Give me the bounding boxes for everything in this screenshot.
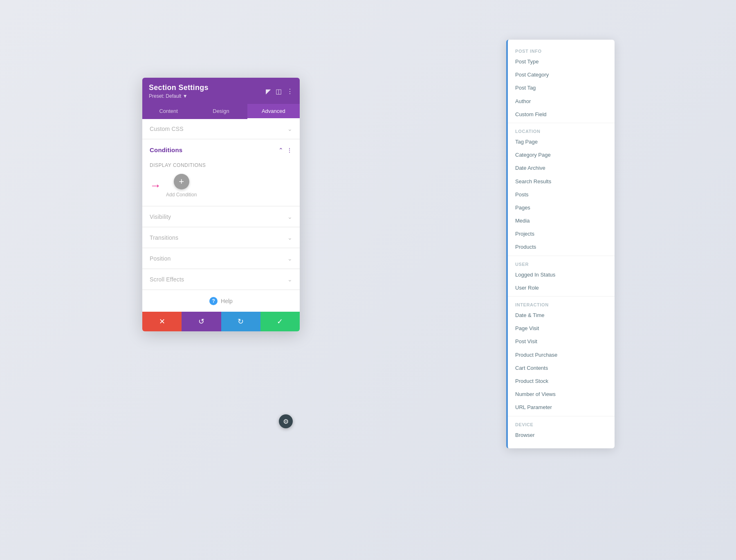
dropdown-item-custom-field[interactable]: Custom Field [508, 108, 615, 121]
conditions-body: Display Conditions → + Add Condition [142, 158, 300, 206]
more-options-icon[interactable]: ⋮ [287, 88, 293, 95]
position-chevron: ⌄ [287, 255, 292, 262]
responsive-icon[interactable]: ◤ [266, 88, 271, 95]
help-icon: ? [209, 297, 218, 305]
cancel-button[interactable]: ✕ [142, 312, 182, 331]
dropdown-item-projects[interactable]: Projects [508, 227, 615, 241]
post-info-section-label: Post Info [508, 46, 615, 55]
tab-design[interactable]: Design [195, 104, 247, 119]
scroll-effects-section: Scroll Effects ⌄ [142, 270, 300, 290]
help-label[interactable]: Help [221, 298, 233, 304]
undo-button[interactable]: ↺ [182, 312, 221, 331]
panel-header: Section Settings Preset: Default ▼ ◤ ◫ ⋮ [142, 78, 300, 104]
dropdown-item-post-type[interactable]: Post Type [508, 55, 615, 68]
custom-css-section: Custom CSS ⌄ [142, 119, 300, 139]
dropdown-item-date-archive[interactable]: Date Archive [508, 162, 615, 175]
panel-header-icons: ◤ ◫ ⋮ [266, 88, 293, 95]
plus-icon: + [179, 176, 184, 187]
save-icon: ✓ [277, 317, 283, 326]
custom-css-chevron: ⌄ [287, 126, 292, 132]
scroll-effects-chevron: ⌄ [287, 276, 292, 283]
transitions-section: Transitions ⌄ [142, 228, 300, 248]
visibility-header[interactable]: Visibility ⌄ [142, 207, 300, 227]
add-condition-circle: + [174, 174, 189, 189]
conditions-chevron[interactable]: ⌃ [278, 147, 283, 153]
conditions-header: Conditions ⌃ ⋮ [142, 140, 300, 158]
gear-icon: ⚙ [283, 418, 289, 425]
custom-css-header[interactable]: Custom CSS ⌄ [142, 119, 300, 139]
dropdown-item-date-time[interactable]: Date & Time [508, 309, 615, 322]
conditions-title: Conditions [150, 146, 182, 153]
scroll-effects-header[interactable]: Scroll Effects ⌄ [142, 270, 300, 289]
dropdown-item-search-results[interactable]: Search Results [508, 175, 615, 188]
redo-button[interactable]: ↻ [221, 312, 260, 331]
dropdown-item-products[interactable]: Products [508, 241, 615, 254]
visibility-chevron: ⌄ [287, 214, 292, 220]
transitions-chevron: ⌄ [287, 234, 292, 241]
dropdown-item-url-parameter[interactable]: URL Parameter [508, 401, 615, 414]
panel-help: ? Help [142, 290, 300, 312]
dropdown-item-page-visit[interactable]: Page Visit [508, 322, 615, 335]
dropdown-item-product-stock[interactable]: Product Stock [508, 375, 615, 388]
dropdown-item-pages[interactable]: Pages [508, 201, 615, 214]
tab-advanced[interactable]: Advanced [247, 104, 300, 119]
dropdown-item-posts[interactable]: Posts [508, 188, 615, 201]
conditions-section: Conditions ⌃ ⋮ Display Conditions → + [142, 140, 300, 206]
tab-content[interactable]: Content [142, 104, 195, 119]
visibility-section: Visibility ⌄ [142, 207, 300, 227]
add-condition-button[interactable]: + Add Condition [166, 174, 197, 198]
conditions-more-icon[interactable]: ⋮ [287, 147, 292, 153]
dropdown-item-post-tag[interactable]: Post Tag [508, 81, 615, 94]
dropdown-item-browser[interactable]: Browser [508, 429, 615, 442]
user-section-label: User [508, 259, 615, 268]
add-condition-area: → + Add Condition [150, 174, 292, 198]
transitions-title: Transitions [150, 234, 178, 241]
right-arrow-icon: → [150, 179, 161, 192]
floating-gear-button[interactable]: ⚙ [279, 414, 293, 428]
custom-css-title: Custom CSS [150, 126, 184, 132]
visibility-title: Visibility [150, 214, 171, 220]
save-button[interactable]: ✓ [260, 312, 300, 331]
panel-body: Custom CSS ⌄ Conditions ⌃ ⋮ Display Cond… [142, 119, 300, 312]
location-section-label: Location [508, 126, 615, 135]
dropdown-section-device: Device Browser [508, 418, 615, 443]
panel-title-area: Section Settings Preset: Default ▼ [149, 83, 209, 99]
scroll-effects-title: Scroll Effects [150, 276, 184, 283]
arrow-indicator: → [150, 179, 161, 192]
panel-preset[interactable]: Preset: Default ▼ [149, 93, 209, 99]
add-condition-label: Add Condition [166, 192, 197, 198]
position-title: Position [150, 255, 171, 262]
transitions-header[interactable]: Transitions ⌄ [142, 228, 300, 247]
background [0, 0, 736, 560]
dropdown-item-product-purchase[interactable]: Product Purchase [508, 349, 615, 362]
redo-icon: ↻ [238, 317, 244, 326]
device-section-label: Device [508, 420, 615, 429]
section-settings-panel: Section Settings Preset: Default ▼ ◤ ◫ ⋮… [142, 78, 300, 331]
display-conditions-label: Display Conditions [150, 162, 292, 168]
conditions-dropdown-panel: Post Info Post Type Post Category Post T… [506, 40, 615, 448]
dropdown-item-logged-in-status[interactable]: Logged In Status [508, 268, 615, 281]
position-section: Position ⌄ [142, 249, 300, 269]
dropdown-section-post-info: Post Info Post Type Post Category Post T… [508, 45, 615, 123]
dropdown-item-author[interactable]: Author [508, 95, 615, 108]
panel-tabs: Content Design Advanced [142, 104, 300, 119]
dropdown-item-user-role[interactable]: User Role [508, 281, 615, 295]
dropdown-section-user: User Logged In Status User Role [508, 258, 615, 297]
panel-actions: ✕ ↺ ↻ ✓ [142, 312, 300, 331]
position-header[interactable]: Position ⌄ [142, 249, 300, 268]
columns-icon[interactable]: ◫ [276, 88, 282, 95]
interaction-section-label: Interaction [508, 300, 615, 309]
undo-icon: ↺ [198, 317, 204, 326]
dropdown-item-category-page[interactable]: Category Page [508, 148, 615, 162]
dropdown-section-interaction: Interaction Date & Time Page Visit Post … [508, 298, 615, 416]
conditions-actions: ⌃ ⋮ [278, 147, 292, 153]
dropdown-item-media[interactable]: Media [508, 214, 615, 227]
dropdown-item-tag-page[interactable]: Tag Page [508, 135, 615, 148]
dropdown-section-location: Location Tag Page Category Page Date Arc… [508, 125, 615, 256]
cancel-icon: ✕ [159, 317, 165, 326]
dropdown-item-post-category[interactable]: Post Category [508, 68, 615, 81]
dropdown-item-post-visit[interactable]: Post Visit [508, 335, 615, 348]
dropdown-item-cart-contents[interactable]: Cart Contents [508, 362, 615, 375]
panel-title: Section Settings [149, 83, 209, 92]
dropdown-item-number-of-views[interactable]: Number of Views [508, 388, 615, 401]
